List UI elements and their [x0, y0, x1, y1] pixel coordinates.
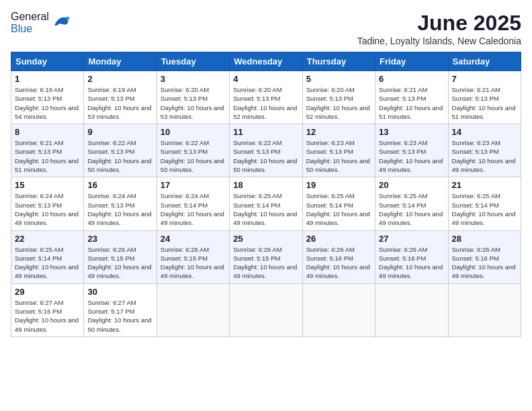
- table-row: 4 Sunrise: 6:20 AM Sunset: 5:13 PM Dayli…: [230, 71, 302, 124]
- col-tuesday: Tuesday: [157, 52, 229, 71]
- title-area: June 2025 Tadine, Loyalty Islands, New C…: [357, 11, 521, 46]
- day-info: Sunrise: 6:25 AM Sunset: 5:14 PM Dayligh…: [15, 245, 80, 281]
- logo: General Blue: [11, 11, 71, 35]
- logo-bird-icon: [52, 13, 71, 32]
- day-number: 23: [87, 234, 152, 244]
- day-info: Sunrise: 6:21 AM Sunset: 5:13 PM Dayligh…: [379, 85, 444, 121]
- table-row: 18 Sunrise: 6:25 AM Sunset: 5:14 PM Dayl…: [230, 177, 302, 230]
- day-number: 6: [379, 74, 444, 84]
- day-info: Sunrise: 6:26 AM Sunset: 5:16 PM Dayligh…: [452, 245, 517, 281]
- table-row: [375, 283, 448, 336]
- day-number: 17: [161, 180, 226, 190]
- col-saturday: Saturday: [448, 52, 521, 71]
- day-number: 8: [15, 127, 80, 137]
- day-info: Sunrise: 6:26 AM Sunset: 5:15 PM Dayligh…: [87, 245, 152, 281]
- table-row: 10 Sunrise: 6:22 AM Sunset: 5:13 PM Dayl…: [157, 124, 229, 177]
- logo-general-text: General: [11, 11, 49, 22]
- calendar-week-4: 22 Sunrise: 6:25 AM Sunset: 5:14 PM Dayl…: [11, 230, 521, 283]
- table-row: 11 Sunrise: 6:22 AM Sunset: 5:13 PM Dayl…: [230, 124, 302, 177]
- table-row: 25 Sunrise: 6:26 AM Sunset: 5:15 PM Dayl…: [230, 230, 302, 283]
- day-info: Sunrise: 6:27 AM Sunset: 5:16 PM Dayligh…: [15, 298, 80, 334]
- day-number: 13: [379, 127, 444, 137]
- day-number: 30: [87, 287, 152, 297]
- table-row: 3 Sunrise: 6:20 AM Sunset: 5:13 PM Dayli…: [157, 71, 229, 124]
- day-info: Sunrise: 6:20 AM Sunset: 5:13 PM Dayligh…: [233, 85, 298, 121]
- calendar: Sunday Monday Tuesday Wednesday Thursday…: [11, 52, 521, 337]
- day-number: 29: [15, 287, 80, 297]
- day-number: 25: [233, 234, 298, 244]
- day-number: 28: [452, 234, 517, 244]
- day-number: 2: [87, 74, 152, 84]
- table-row: [157, 283, 229, 336]
- day-info: Sunrise: 6:25 AM Sunset: 5:14 PM Dayligh…: [233, 191, 298, 227]
- col-monday: Monday: [84, 52, 157, 71]
- table-row: 7 Sunrise: 6:21 AM Sunset: 5:13 PM Dayli…: [448, 71, 521, 124]
- day-number: 5: [306, 74, 371, 84]
- col-sunday: Sunday: [11, 52, 84, 71]
- day-info: Sunrise: 6:22 AM Sunset: 5:13 PM Dayligh…: [87, 138, 152, 174]
- table-row: 13 Sunrise: 6:23 AM Sunset: 5:13 PM Dayl…: [375, 124, 448, 177]
- header-row: Sunday Monday Tuesday Wednesday Thursday…: [11, 52, 521, 71]
- table-row: 12 Sunrise: 6:23 AM Sunset: 5:13 PM Dayl…: [302, 124, 375, 177]
- table-row: 30 Sunrise: 6:27 AM Sunset: 5:17 PM Dayl…: [84, 283, 157, 336]
- day-number: 18: [233, 180, 298, 190]
- day-info: Sunrise: 6:24 AM Sunset: 5:14 PM Dayligh…: [161, 191, 226, 227]
- day-number: 15: [15, 180, 80, 190]
- table-row: [302, 283, 375, 336]
- calendar-header: Sunday Monday Tuesday Wednesday Thursday…: [11, 52, 521, 71]
- table-row: 24 Sunrise: 6:26 AM Sunset: 5:15 PM Dayl…: [157, 230, 229, 283]
- day-info: Sunrise: 6:25 AM Sunset: 5:14 PM Dayligh…: [306, 191, 371, 227]
- table-row: 26 Sunrise: 6:26 AM Sunset: 5:16 PM Dayl…: [302, 230, 375, 283]
- day-info: Sunrise: 6:25 AM Sunset: 5:14 PM Dayligh…: [379, 191, 444, 227]
- day-info: Sunrise: 6:26 AM Sunset: 5:15 PM Dayligh…: [161, 245, 226, 281]
- logo-blue-text: Blue: [11, 23, 32, 34]
- day-info: Sunrise: 6:20 AM Sunset: 5:13 PM Dayligh…: [161, 85, 226, 121]
- calendar-week-2: 8 Sunrise: 6:21 AM Sunset: 5:13 PM Dayli…: [11, 124, 521, 177]
- day-info: Sunrise: 6:22 AM Sunset: 5:13 PM Dayligh…: [233, 138, 298, 174]
- day-info: Sunrise: 6:27 AM Sunset: 5:17 PM Dayligh…: [87, 298, 152, 334]
- table-row: 23 Sunrise: 6:26 AM Sunset: 5:15 PM Dayl…: [84, 230, 157, 283]
- day-number: 1: [15, 74, 80, 84]
- day-info: Sunrise: 6:20 AM Sunset: 5:13 PM Dayligh…: [306, 85, 371, 121]
- col-thursday: Thursday: [302, 52, 375, 71]
- table-row: 8 Sunrise: 6:21 AM Sunset: 5:13 PM Dayli…: [11, 124, 84, 177]
- day-number: 19: [306, 180, 371, 190]
- day-info: Sunrise: 6:21 AM Sunset: 5:13 PM Dayligh…: [15, 138, 80, 174]
- table-row: 15 Sunrise: 6:24 AM Sunset: 5:13 PM Dayl…: [11, 177, 84, 230]
- table-row: 29 Sunrise: 6:27 AM Sunset: 5:16 PM Dayl…: [11, 283, 84, 336]
- table-row: [448, 283, 521, 336]
- day-number: 16: [87, 180, 152, 190]
- day-info: Sunrise: 6:23 AM Sunset: 5:13 PM Dayligh…: [379, 138, 444, 174]
- table-row: 21 Sunrise: 6:25 AM Sunset: 5:14 PM Dayl…: [448, 177, 521, 230]
- day-number: 12: [306, 127, 371, 137]
- day-info: Sunrise: 6:25 AM Sunset: 5:14 PM Dayligh…: [452, 191, 517, 227]
- day-info: Sunrise: 6:19 AM Sunset: 5:13 PM Dayligh…: [15, 85, 80, 121]
- day-info: Sunrise: 6:22 AM Sunset: 5:13 PM Dayligh…: [161, 138, 226, 174]
- calendar-week-3: 15 Sunrise: 6:24 AM Sunset: 5:13 PM Dayl…: [11, 177, 521, 230]
- header: General Blue June 2025 Tadine, Loyalty I…: [11, 11, 521, 46]
- calendar-body: 1 Sunrise: 6:19 AM Sunset: 5:13 PM Dayli…: [11, 71, 521, 337]
- col-friday: Friday: [375, 52, 448, 71]
- col-wednesday: Wednesday: [230, 52, 302, 71]
- table-row: 16 Sunrise: 6:24 AM Sunset: 5:13 PM Dayl…: [84, 177, 157, 230]
- table-row: 17 Sunrise: 6:24 AM Sunset: 5:14 PM Dayl…: [157, 177, 229, 230]
- day-number: 4: [233, 74, 298, 84]
- day-info: Sunrise: 6:24 AM Sunset: 5:13 PM Dayligh…: [15, 191, 80, 227]
- table-row: 14 Sunrise: 6:23 AM Sunset: 5:13 PM Dayl…: [448, 124, 521, 177]
- day-info: Sunrise: 6:26 AM Sunset: 5:16 PM Dayligh…: [379, 245, 444, 281]
- table-row: 6 Sunrise: 6:21 AM Sunset: 5:13 PM Dayli…: [375, 71, 448, 124]
- table-row: 2 Sunrise: 6:19 AM Sunset: 5:13 PM Dayli…: [84, 71, 157, 124]
- subtitle: Tadine, Loyalty Islands, New Caledonia: [357, 36, 521, 46]
- table-row: 22 Sunrise: 6:25 AM Sunset: 5:14 PM Dayl…: [11, 230, 84, 283]
- day-number: 14: [452, 127, 517, 137]
- day-info: Sunrise: 6:26 AM Sunset: 5:15 PM Dayligh…: [233, 245, 298, 281]
- day-number: 20: [379, 180, 444, 190]
- table-row: [230, 283, 302, 336]
- day-number: 21: [452, 180, 517, 190]
- month-title: June 2025: [357, 11, 521, 36]
- day-number: 11: [233, 127, 298, 137]
- day-number: 22: [15, 234, 80, 244]
- table-row: 19 Sunrise: 6:25 AM Sunset: 5:14 PM Dayl…: [302, 177, 375, 230]
- calendar-week-1: 1 Sunrise: 6:19 AM Sunset: 5:13 PM Dayli…: [11, 71, 521, 124]
- day-info: Sunrise: 6:21 AM Sunset: 5:13 PM Dayligh…: [452, 85, 517, 121]
